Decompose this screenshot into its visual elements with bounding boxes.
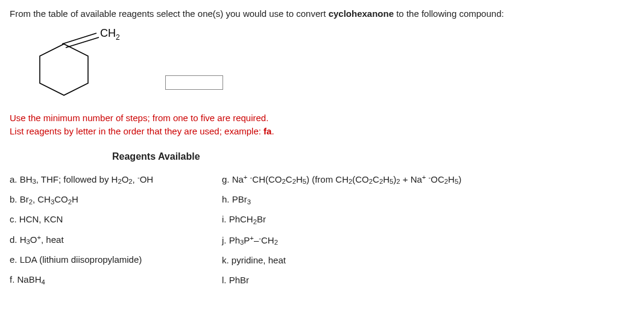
instr2-prefix: List reagents by letter in the order tha… (10, 126, 264, 136)
reagent-row: j. Ph3P+–-CH2 (222, 233, 461, 248)
reagent-row: k. pyridine, heat (222, 254, 461, 268)
instruction-line-1: Use the minimum number of steps; from on… (10, 112, 634, 125)
reagent-row: l. PhBr (222, 274, 461, 287)
answer-input[interactable] (165, 75, 223, 90)
reagents-header: Reagents Available (112, 149, 634, 164)
reagent-row: d. H3O+, heat (10, 233, 209, 247)
instruction-line-2: List reagents by letter in the order tha… (10, 125, 634, 139)
svg-text:CH2: CH2 (100, 27, 120, 42)
reagent-row: a. BH3, THF; followed by H2O2, -OH (10, 172, 209, 187)
instructions-block: Use the minimum number of steps; from on… (10, 112, 634, 139)
question-suffix: to the following compound: (396, 8, 504, 19)
structure-area: CH2 (34, 26, 634, 104)
reagents-table: a. BH3, THF; followed by H2O2, -OHb. Br2… (10, 172, 634, 287)
instr2-bold: fa (264, 126, 271, 136)
question-bold: cyclohexanone (329, 8, 394, 19)
svg-marker-0 (40, 44, 88, 95)
structure-label-text: CH (100, 27, 116, 39)
reagent-row: b. Br2, CH3CO2H (10, 193, 209, 207)
instr2-suffix: . (271, 126, 274, 136)
svg-line-1 (62, 33, 96, 44)
reagent-row: e. LDA (lithium diisopropylamide) (10, 253, 209, 267)
cyclohexane-methylene-svg: CH2 (34, 26, 166, 104)
question-text: From the table of available reagents sel… (10, 7, 634, 21)
reagents-left-column: a. BH3, THF; followed by H2O2, -OHb. Br2… (10, 172, 209, 287)
reagents-right-column: g. Na+ -CH(CO2C2H5) (from CH2(CO2C2H5)2 … (222, 172, 461, 287)
reagent-row: h. PBr3 (222, 193, 461, 207)
svg-line-2 (66, 37, 99, 48)
reagent-row: c. HCN, KCN (10, 213, 209, 227)
reagent-row: g. Na+ -CH(CO2C2H5) (from CH2(CO2C2H5)2 … (222, 172, 461, 187)
reagent-row: i. PhCH2Br (222, 213, 461, 227)
question-prefix: From the table of available reagents sel… (10, 8, 329, 19)
reagent-row: f. NaBH4 (10, 273, 209, 287)
